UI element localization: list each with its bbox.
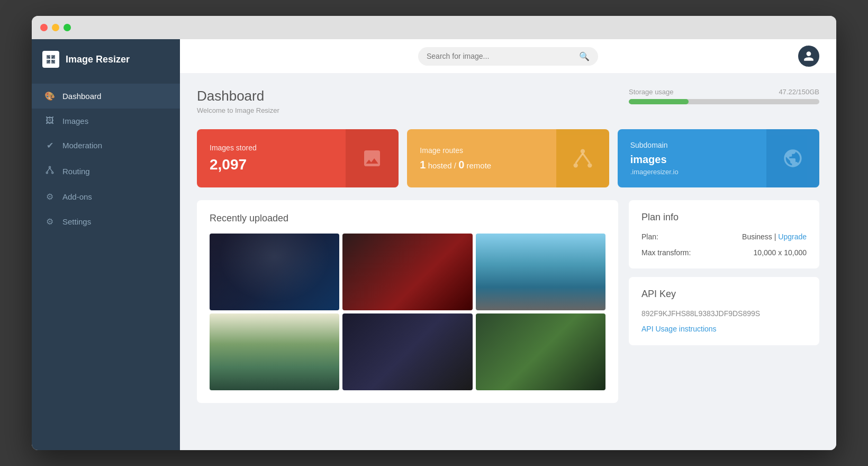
moderation-icon: ✔ — [44, 140, 55, 150]
storage-block: Storage usage 47.22/150GB — [629, 88, 819, 104]
sidebar-item-addons[interactable]: ⚙ Add-ons — [32, 184, 180, 209]
bottom-section: Recently uploaded — [197, 200, 819, 403]
page-subtitle: Welcome to Image Resizer — [197, 106, 279, 114]
image-thumb-1[interactable] — [210, 234, 339, 310]
storage-value: 47.22/150GB — [779, 88, 819, 96]
sidebar-item-images[interactable]: 🖼 Images — [32, 109, 180, 133]
stat-subvalue: 1 hosted / 0 remote — [420, 159, 543, 171]
plan-info-card: Plan info Plan: Business | Upgrade — [629, 200, 819, 268]
upgrade-link[interactable]: Upgrade — [778, 232, 807, 241]
image-thumb-2[interactable] — [342, 234, 472, 310]
svg-line-3 — [47, 168, 50, 172]
app-window: Image Resizer 🎨 Dashboard 🖼 Images ✔ Mod… — [32, 16, 836, 450]
routing-icon — [44, 165, 55, 177]
subdomain-subtitle: .imageresizer.io — [630, 168, 754, 176]
stat-label: Subdomain — [630, 141, 754, 149]
hosted-count: 1 — [420, 159, 426, 171]
recently-uploaded-panel: Recently uploaded — [197, 200, 618, 403]
right-panel: Plan info Plan: Business | Upgrade — [629, 200, 819, 403]
image-thumb-6[interactable] — [476, 313, 605, 390]
max-transform-value: 10,000 x 10,000 — [754, 248, 807, 257]
stat-card-icon — [346, 129, 399, 187]
settings-icon: ⚙ — [44, 217, 55, 227]
svg-point-5 — [580, 149, 584, 154]
stat-card-left: Image routes 1 hosted / 0 remote — [407, 136, 556, 182]
sidebar-item-label: Add-ons — [62, 192, 92, 201]
stat-value: 2,097 — [210, 156, 333, 173]
storage-label: Storage usage 47.22/150GB — [629, 88, 819, 96]
stat-card-images-stored: Images stored 2,097 — [197, 129, 399, 187]
search-input[interactable] — [427, 52, 574, 60]
sidebar-item-routing[interactable]: Routing — [32, 158, 180, 184]
max-transform-label: Max transform: — [641, 248, 691, 257]
subdomain-title: images — [630, 154, 754, 166]
topbar: 🔍 — [180, 39, 836, 73]
recently-uploaded-title: Recently uploaded — [210, 213, 605, 224]
api-key-card: API Key 892F9KJFHS88L9383JDF9DS899S API … — [629, 277, 819, 345]
page-header: Dashboard Welcome to Image Resizer Stora… — [197, 88, 819, 114]
sidebar-item-label: Images — [62, 116, 88, 126]
sidebar-logo: Image Resizer — [32, 39, 180, 79]
minimize-button[interactable] — [52, 24, 59, 31]
stat-card-image-routes: Image routes 1 hosted / 0 remote — [407, 129, 609, 187]
sidebar-item-label: Settings — [62, 217, 91, 226]
logo-icon — [42, 51, 59, 68]
storage-fill — [629, 99, 689, 104]
sidebar: Image Resizer 🎨 Dashboard 🖼 Images ✔ Mod… — [32, 39, 180, 450]
logo-text: Image Resizer — [66, 54, 130, 65]
page-title: Dashboard — [197, 88, 279, 104]
svg-line-9 — [583, 154, 590, 163]
svg-point-0 — [49, 166, 51, 168]
addons-icon: ⚙ — [44, 192, 55, 202]
svg-line-8 — [575, 154, 582, 163]
user-avatar[interactable] — [798, 46, 819, 67]
close-button[interactable] — [40, 24, 48, 31]
page-content: Dashboard Welcome to Image Resizer Stora… — [180, 73, 836, 450]
search-bar[interactable]: 🔍 — [418, 47, 598, 66]
titlebar — [32, 16, 836, 39]
stat-label: Image routes — [420, 146, 543, 155]
stat-card-icon — [766, 129, 819, 187]
stat-card-left: Images stored 2,097 — [197, 133, 346, 184]
svg-point-1 — [46, 172, 48, 174]
image-thumb-4[interactable] — [210, 313, 339, 390]
maximize-button[interactable] — [64, 24, 71, 31]
sidebar-item-label: Routing — [62, 167, 90, 176]
sidebar-item-moderation[interactable]: ✔ Moderation — [32, 133, 180, 158]
api-key-value: 892F9KJFHS88L9383JDF9DS899S — [641, 309, 807, 318]
hosted-text: hosted / — [428, 161, 459, 170]
stat-card-subdomain: Subdomain images .imageresizer.io — [618, 129, 819, 187]
sidebar-item-dashboard[interactable]: 🎨 Dashboard — [32, 84, 180, 109]
image-thumb-5[interactable] — [342, 313, 472, 390]
svg-point-6 — [573, 163, 577, 167]
sidebar-nav: 🎨 Dashboard 🖼 Images ✔ Moderation — [32, 79, 180, 238]
sidebar-item-settings[interactable]: ⚙ Settings — [32, 209, 180, 234]
sidebar-item-label: Dashboard — [62, 92, 101, 101]
images-icon: 🖼 — [44, 116, 55, 126]
plan-label: Plan: — [641, 232, 658, 241]
plan-value: Business | Upgrade — [742, 232, 807, 241]
sidebar-item-label: Moderation — [62, 141, 102, 150]
plan-info-title: Plan info — [641, 212, 807, 223]
api-usage-link[interactable]: API Usage instructions — [641, 325, 717, 333]
max-transform-row: Max transform: 10,000 x 10,000 — [641, 248, 807, 257]
svg-point-2 — [52, 172, 53, 174]
stat-label: Images stored — [210, 144, 333, 152]
main-area: 🔍 Dashboard Welcome to Image Resiz — [180, 39, 836, 450]
svg-point-7 — [587, 163, 592, 167]
search-icon: 🔍 — [579, 51, 590, 61]
storage-text: Storage usage — [629, 88, 674, 96]
stat-cards: Images stored 2,097 Image routes — [197, 129, 819, 187]
image-thumb-3[interactable] — [476, 234, 605, 310]
svg-line-4 — [50, 168, 52, 172]
plan-row: Plan: Business | Upgrade — [641, 232, 807, 241]
dashboard-icon: 🎨 — [44, 91, 55, 101]
image-grid — [210, 234, 605, 390]
remote-text: remote — [466, 161, 491, 170]
stat-card-left: Subdomain images .imageresizer.io — [618, 130, 766, 186]
page-title-block: Dashboard Welcome to Image Resizer — [197, 88, 279, 114]
stat-card-icon — [556, 129, 609, 187]
api-key-title: API Key — [641, 289, 807, 300]
storage-bar — [629, 99, 819, 104]
app-content: Image Resizer 🎨 Dashboard 🖼 Images ✔ Mod… — [32, 39, 836, 450]
